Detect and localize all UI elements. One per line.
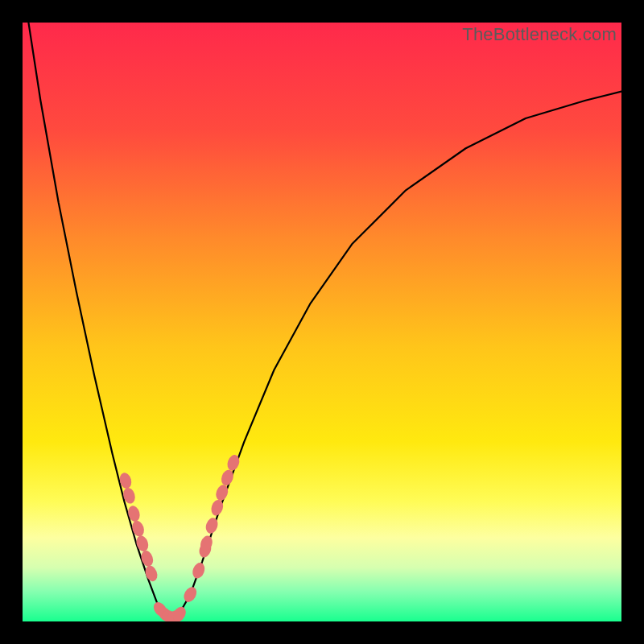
gradient-bg	[23, 23, 621, 621]
chart-svg	[23, 23, 621, 621]
plot-area: TheBottleneck.com	[23, 23, 621, 621]
outer-frame: TheBottleneck.com	[0, 0, 644, 644]
watermark-label: TheBottleneck.com	[462, 24, 617, 45]
